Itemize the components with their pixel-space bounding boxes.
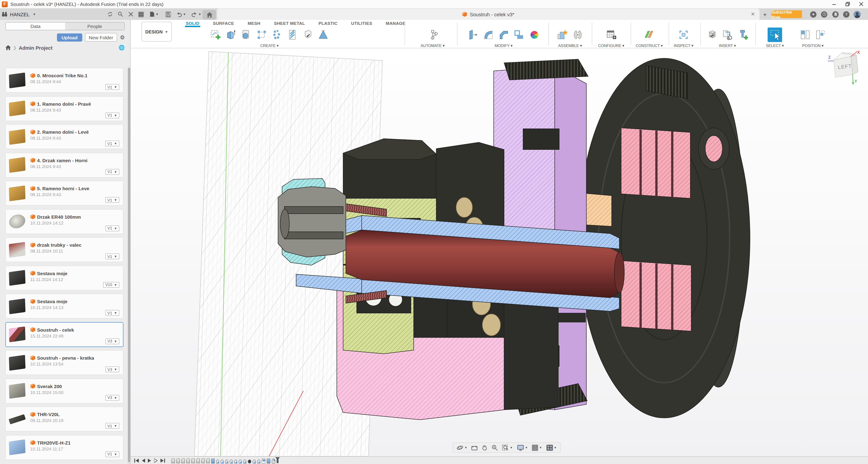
group-label-assemble[interactable]: ASSEMBLE ▾ [551,43,589,48]
rib-icon[interactable] [285,28,300,42]
timeline-skip-start-button[interactable] [134,456,139,464]
look-at-icon[interactable] [471,445,477,450]
version-badge[interactable]: V3 ▼ [105,395,119,400]
grid-settings-icon[interactable]: ▼ [532,444,542,451]
timeline-feature[interactable] [257,459,260,463]
capture-position-icon[interactable] [798,28,812,42]
shell-icon[interactable] [512,28,526,42]
version-badge[interactable]: V1 ▼ [105,423,119,429]
restore-button[interactable] [841,0,855,8]
new-folder-button[interactable]: New Folder [85,33,117,41]
timeline-feature[interactable] [267,458,270,463]
version-badge[interactable]: V1 ▼ [105,254,119,259]
version-badge[interactable]: V3 ▼ [105,338,119,344]
version-badge[interactable]: V1 ▼ [105,310,119,316]
timeline-feature[interactable] [234,459,237,463]
ribbon-tab[interactable]: PLASTIC [318,20,338,26]
panel-tab[interactable]: People [65,23,124,30]
panel-tab[interactable]: Data [6,23,65,30]
display-settings-icon[interactable]: ▼ [517,444,528,451]
version-badge[interactable]: V1 ▼ [105,451,119,457]
project-item[interactable]: TRH20VN-H-Z1 09.11.2024 23:42 V1 ▼ [5,463,123,464]
timeline-feature[interactable] [248,459,251,463]
breadcrumb-project[interactable]: Admin Project [19,45,53,51]
timeline-feature[interactable] [230,459,233,463]
subscribe-button[interactable]: Subscribe Now [771,10,802,18]
ribbon-tab[interactable]: SHEET METAL [273,20,306,26]
revert-position-icon[interactable] [813,28,828,42]
group-label-select[interactable]: SELECT ▾ [759,43,791,48]
fillet-icon[interactable] [481,28,495,42]
timeline-feature[interactable] [171,458,175,463]
team-switcher[interactable]: HANZEL ▼ [2,8,36,20]
save-icon[interactable] [164,8,173,20]
project-item[interactable]: 2. Rameno dolni - Levé 08.11.2024 9:43 V… [5,124,123,149]
new-document-icon[interactable]: ▼ [148,8,160,20]
automate-icon[interactable] [426,28,440,42]
project-item[interactable]: drzak trubky - valec 08.11.2024 10:11 V1… [5,237,123,262]
timeline-feature[interactable] [239,459,242,463]
document-close-icon[interactable]: ✕ [751,11,755,17]
version-badge[interactable]: V10 ▼ [103,282,119,288]
project-item[interactable]: 5. Rameno horni - Leve 08.11.2024 9:43 V… [5,181,123,206]
timeline-feature[interactable] [201,458,205,463]
view-cube[interactable]: LEFT FRONT Z X Y [827,49,864,86]
version-badge[interactable]: V1 ▼ [105,84,119,90]
new-component-icon[interactable] [555,28,569,42]
project-item[interactable]: Drzak ER40 100mm 10.11.2024 14:12 V1 ▼ [5,209,123,234]
search-icon[interactable] [116,8,125,20]
create-sketch-icon[interactable] [209,28,223,42]
ribbon-tab[interactable]: MANAGE [385,20,406,26]
appearance-icon[interactable] [527,28,541,42]
notifications-bell-icon[interactable] [832,8,839,20]
pattern-icon[interactable] [270,28,284,42]
select-tool-icon[interactable] [768,28,782,42]
zoom-icon[interactable] [492,444,498,451]
timeline-feature[interactable] [272,458,275,463]
insert-mesh-icon[interactable] [705,28,719,42]
sync-icon[interactable] [105,8,114,20]
panel-scrollbar[interactable] [127,67,130,464]
viewport-3d[interactable]: LEFT FRONT Z X Y ▼ ▼ ▼ [131,48,868,456]
project-item[interactable]: TRH20VE-H-Z1 10.11.2024 11:17 V1 ▼ [5,435,123,460]
group-label-insert[interactable]: INSERT ▾ [702,43,753,48]
version-badge[interactable]: V1 ▼ [105,197,119,203]
project-item[interactable]: 4. Drzak ramen - Horni 08.11.2024 9:43 V… [5,153,123,177]
help-icon[interactable]: ? [843,8,849,20]
close-document-icon[interactable] [126,8,135,20]
timeline-feature[interactable] [225,459,228,463]
gear-icon[interactable]: ⚙ [120,34,125,40]
timeline-feature[interactable] [186,458,190,463]
redo-icon[interactable]: ▼ [190,8,203,20]
timeline-step-forward-button[interactable] [154,456,158,464]
press-pull-icon[interactable] [466,28,480,42]
project-item[interactable]: 1. Rameno dolní - Pravé 08.11.2024 9:43 … [5,96,123,121]
project-item[interactable]: Soustruh - pevna - kratka 10.11.2024 13:… [5,350,123,375]
version-badge[interactable]: V1 ▼ [105,169,119,175]
home-tab[interactable] [203,8,216,20]
timeline-feature[interactable] [211,458,215,463]
group-label-position[interactable]: POSITION ▾ [794,43,832,48]
timeline-step-back-button[interactable] [142,456,145,464]
ribbon-tab[interactable]: MESH [247,20,261,26]
hole-icon[interactable] [301,28,315,42]
timeline-feature[interactable] [191,458,195,463]
group-label-inspect[interactable]: INSPECT ▾ [670,43,698,48]
timeline-feature[interactable] [176,458,180,463]
joint-icon[interactable] [570,28,585,42]
sweep-icon[interactable] [254,28,269,42]
group-label-modify[interactable]: MODIFY ▾ [462,43,546,48]
upload-button[interactable]: Upload [57,33,82,41]
undo-icon[interactable]: ▼ [175,8,187,20]
home-icon[interactable] [5,45,11,50]
timeline-feature[interactable] [206,458,210,463]
ribbon-tab[interactable]: SOLID [185,20,200,26]
insert-fastener-icon[interactable] [736,28,750,42]
timeline-feature[interactable] [262,458,266,463]
timeline-feature[interactable] [253,459,256,463]
extrude-icon[interactable] [224,28,238,42]
document-tab[interactable]: Soustruh - celek v3* ✕ [217,8,760,20]
new-tab-button[interactable]: + [761,8,769,20]
version-badge[interactable]: V1 ▼ [105,140,119,146]
timeline-feature[interactable] [216,459,219,463]
